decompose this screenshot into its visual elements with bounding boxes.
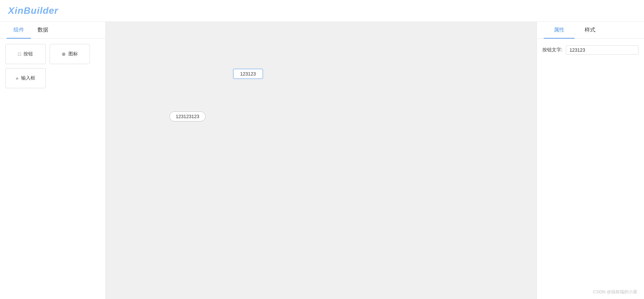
footer-watermark: CSDN @搞前端的小菜 — [593, 289, 637, 295]
component-button[interactable]: □ 按钮 — [5, 44, 46, 64]
component-button-label: 按钮 — [23, 51, 33, 57]
tab-data[interactable]: 数据 — [31, 22, 55, 38]
tab-properties[interactable]: 属性 — [544, 22, 575, 38]
right-panel: 属性 样式 按钮文字: — [537, 22, 644, 299]
canvas-button-1[interactable]: 123123 — [233, 69, 263, 79]
header: XinBuilder — [0, 0, 644, 22]
component-input-label: 输入框 — [21, 75, 35, 81]
sidebar-tabs: 组件 数据 — [0, 22, 105, 39]
component-icon-label: 图标 — [68, 51, 78, 57]
icon-icon: ⊗ — [62, 51, 66, 57]
component-icon[interactable]: ⊗ 图标 — [50, 44, 90, 64]
tab-components[interactable]: 组件 — [7, 22, 31, 38]
main-layout: 组件 数据 □ 按钮 ⊗ 图标 » 输入框 123123 — [0, 22, 644, 299]
component-list: □ 按钮 ⊗ 图标 » 输入框 — [0, 39, 105, 94]
left-sidebar: 组件 数据 □ 按钮 ⊗ 图标 » 输入框 — [0, 22, 106, 299]
button-icon: □ — [18, 51, 21, 57]
right-panel-tabs: 属性 样式 — [537, 22, 644, 39]
tab-style[interactable]: 样式 — [575, 22, 605, 38]
component-input[interactable]: » 输入框 — [5, 68, 46, 88]
property-button-text-row: 按钮文字: — [542, 45, 639, 55]
input-icon: » — [16, 76, 18, 81]
canvas-area[interactable]: 123123 123123123 — [106, 22, 537, 299]
logo: XinBuilder — [8, 5, 58, 16]
property-button-text-label: 按钮文字: — [542, 47, 562, 53]
canvas-button-2[interactable]: 123123123 — [169, 111, 206, 121]
right-panel-content: 按钮文字: — [537, 39, 644, 65]
button-text-input[interactable] — [566, 45, 639, 55]
